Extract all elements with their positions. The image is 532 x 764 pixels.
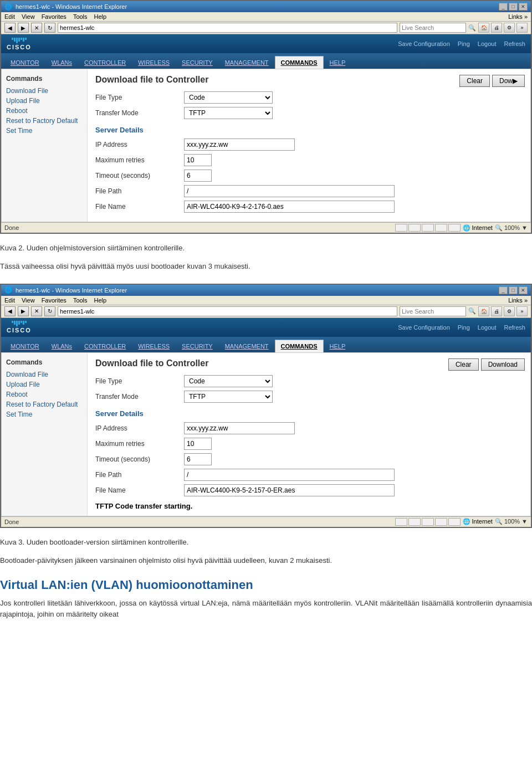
home-icon-2[interactable]: 🏠 [478,306,489,316]
timeout-input-1[interactable] [184,170,212,182]
logout-link[interactable]: Logout [478,40,497,47]
sidebar-download-file[interactable]: Download File [6,87,83,95]
sidebar-reset-factory[interactable]: Reset to Factory Default [6,117,83,125]
minimize-button[interactable]: _ [499,3,508,11]
tools-icon-2[interactable]: ⚙ [504,306,515,316]
stop-button-2[interactable]: ✕ [31,306,42,316]
search-input[interactable] [400,23,466,33]
close-button[interactable]: ✕ [519,3,528,11]
nav-monitor[interactable]: MONITOR [4,56,45,69]
stop-button[interactable]: ✕ [31,23,42,33]
search-icon-2[interactable]: 🔍 [468,307,476,315]
nav-management-2[interactable]: MANAGEMENT [219,340,275,352]
menu-view[interactable]: View [22,13,35,20]
nav-wireless[interactable]: WIRELESS [132,56,176,69]
filename-field-2 [184,484,395,496]
menu-links[interactable]: Links » [508,13,528,20]
clear-button-1[interactable]: Clear [459,75,490,87]
retries-input-2[interactable] [184,438,212,450]
more-icon-2[interactable]: » [516,306,528,316]
timeout-input-2[interactable] [184,453,212,465]
ping-link-2[interactable]: Ping [458,324,470,331]
menu-edit-2[interactable]: Edit [4,297,15,304]
filename-input-1[interactable] [184,201,395,213]
ip-input-2[interactable] [184,422,295,434]
refresh-button-browser[interactable]: ↻ [44,23,55,33]
back-button[interactable]: ◀ [4,23,16,33]
print-icon-2[interactable]: 🖨 [491,306,502,316]
menu-edit[interactable]: Edit [4,13,15,20]
sidebar-reboot-2[interactable]: Reboot [6,391,83,398]
more-icon[interactable]: » [516,23,528,33]
save-config-link[interactable]: Save Configuration [398,40,450,47]
nav-wlans[interactable]: WLANs [45,56,78,69]
nav-monitor-2[interactable]: MONITOR [4,340,45,352]
refresh-button-browser-2[interactable]: ↻ [44,306,55,316]
ip-input-1[interactable] [184,139,295,151]
menu-help-2[interactable]: Help [94,297,107,304]
menu-tools[interactable]: Tools [73,13,88,20]
tools-icon[interactable]: ⚙ [504,23,515,33]
download-button-1[interactable]: Dow▶ [492,75,525,87]
status-box-2-1 [395,518,407,526]
forward-button-2[interactable]: ▶ [18,306,29,316]
nav-security[interactable]: SECURITY [176,56,219,69]
titlebar-controls-2[interactable]: _ □ ✕ [499,286,528,294]
nav-controller[interactable]: CONTROLLER [78,56,132,69]
titlebar-controls[interactable]: _ □ ✕ [499,3,528,11]
sidebar-upload-file[interactable]: Upload File [6,97,83,105]
sidebar-download-file-2[interactable]: Download File [6,371,83,378]
filename-input-2[interactable] [184,484,395,496]
minimize-button-2[interactable]: _ [499,286,508,294]
nav-controller-2[interactable]: CONTROLLER [78,340,132,352]
refresh-link[interactable]: Refresh [504,40,525,47]
menu-help[interactable]: Help [94,13,107,20]
menu-links-2[interactable]: Links » [508,297,528,304]
sidebar-set-time[interactable]: Set Time [6,127,83,135]
address-input-2[interactable] [58,306,397,316]
transfer-mode-select-1[interactable]: TFTP [184,107,273,119]
filepath-input-2[interactable] [184,469,395,481]
back-button-2[interactable]: ◀ [4,306,16,316]
forward-button[interactable]: ▶ [18,23,29,33]
filepath-input-1[interactable] [184,185,395,197]
menu-view-2[interactable]: View [22,297,35,304]
file-type-select-2[interactable]: Code [184,375,273,387]
sidebar-reboot[interactable]: Reboot [6,107,83,115]
save-config-link-2[interactable]: Save Configuration [398,324,450,331]
nav-commands[interactable]: COMMANDS [275,56,324,69]
nav-management[interactable]: MANAGEMENT [219,56,275,69]
timeout-field-1 [184,170,212,182]
menu-favorites-2[interactable]: Favorites [42,297,66,304]
ping-link[interactable]: Ping [458,40,470,47]
menu-tools-2[interactable]: Tools [73,297,88,304]
maximize-button-2[interactable]: □ [509,286,518,294]
search-icon[interactable]: 🔍 [468,24,476,32]
main-content-1: Download file to Controller Clear Dow▶ F… [88,69,530,222]
sidebar-set-time-2[interactable]: Set Time [6,411,83,418]
close-button-2[interactable]: ✕ [519,286,528,294]
sidebar-upload-file-2[interactable]: Upload File [6,381,83,388]
nav-wireless-2[interactable]: WIRELESS [132,340,176,352]
cisco-logo-1: CISCO [7,38,32,50]
nav-commands-2[interactable]: COMMANDS [275,340,324,352]
address-input[interactable] [58,23,397,33]
download-button-2[interactable]: Download [481,358,525,371]
nav-security-2[interactable]: SECURITY [176,340,219,352]
home-icon[interactable]: 🏠 [478,23,489,33]
nav-wlans-2[interactable]: WLANs [45,340,78,352]
search-input-2[interactable] [400,306,466,316]
clear-button-2[interactable]: Clear [448,358,479,371]
sidebar-reset-factory-2[interactable]: Reset to Factory Default [6,401,83,408]
transfer-mode-select-2[interactable]: TFTP [184,391,273,403]
retries-input-1[interactable] [184,154,212,166]
file-type-select-1[interactable]: Code [184,91,273,104]
logout-link-2[interactable]: Logout [478,324,497,331]
nav-help-2[interactable]: HELP [324,340,352,352]
filepath-field-1 [184,185,395,197]
maximize-button[interactable]: □ [509,3,518,11]
nav-help[interactable]: HELP [324,56,352,69]
menu-favorites[interactable]: Favorites [42,13,66,20]
refresh-link-2[interactable]: Refresh [504,324,525,331]
print-icon[interactable]: 🖨 [491,23,502,33]
